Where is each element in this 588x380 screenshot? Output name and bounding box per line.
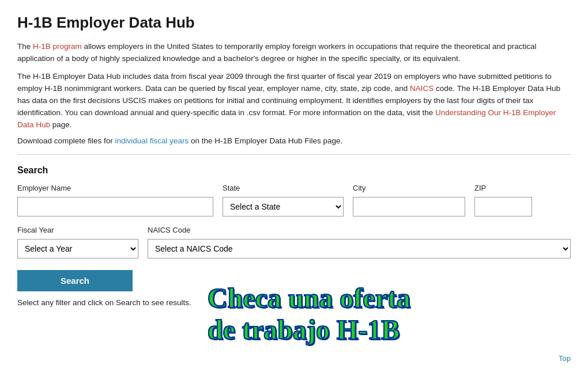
overlay-line-2: de trabajo H-1B xyxy=(208,314,410,345)
top-link[interactable]: Top xyxy=(559,354,571,363)
form-row-2: Fiscal Year Select a Year 2009 2010 2011… xyxy=(17,226,571,259)
description-paragraph-2: The H-1B Employer Data Hub includes data… xyxy=(17,71,571,131)
city-group: City xyxy=(353,184,465,216)
search-section-title: Search xyxy=(17,165,571,176)
fiscal-year-label: Fiscal Year xyxy=(17,226,138,234)
result-hint: Select any filter and click on Search to… xyxy=(17,298,571,307)
naics-select[interactable]: Select a NAICS Code 11 - Agriculture, Fo… xyxy=(148,239,571,259)
section-divider xyxy=(17,154,571,155)
description-section: The H-1B program allows employers in the… xyxy=(17,41,571,131)
download-line: Download complete files for individual f… xyxy=(17,136,571,145)
fiscal-year-select[interactable]: Select a Year 2009 2010 2011 2012 2013 2… xyxy=(17,239,138,259)
description-paragraph-1: The H-1B program allows employers in the… xyxy=(17,41,571,65)
search-section: Search Employer Name State Select a Stat… xyxy=(17,165,571,307)
city-label: City xyxy=(353,184,465,192)
form-row-1: Employer Name State Select a State Alaba… xyxy=(17,184,571,216)
employer-name-label: Employer Name xyxy=(17,184,213,192)
zip-input[interactable] xyxy=(474,197,532,216)
zip-group: ZIP xyxy=(474,184,532,216)
page-wrapper: H-1B Employer Data Hub The H-1B program … xyxy=(0,0,588,380)
individual-fiscal-years-link[interactable]: individual fiscal years xyxy=(115,136,189,145)
city-input[interactable] xyxy=(353,197,465,216)
naics-link[interactable]: NAICS xyxy=(410,84,434,93)
naics-group: NAICS Code Select a NAICS Code 11 - Agri… xyxy=(148,226,571,259)
h1b-program-link[interactable]: H-1B program xyxy=(33,42,82,51)
employer-name-group: Employer Name xyxy=(17,184,213,216)
state-group: State Select a State Alabama Alaska Ariz… xyxy=(223,184,344,216)
state-label: State xyxy=(223,184,344,192)
naics-label: NAICS Code xyxy=(148,226,571,234)
zip-label: ZIP xyxy=(474,184,532,192)
page-title: H-1B Employer Data Hub xyxy=(17,14,571,32)
fiscal-year-group: Fiscal Year Select a Year 2009 2010 2011… xyxy=(17,226,138,259)
search-button[interactable]: Search xyxy=(17,270,133,291)
understanding-link[interactable]: Understanding Our H-1B Employer Data Hub xyxy=(17,108,556,129)
employer-name-input[interactable] xyxy=(17,197,213,216)
state-select[interactable]: Select a State Alabama Alaska Arizona Ca… xyxy=(223,197,344,216)
